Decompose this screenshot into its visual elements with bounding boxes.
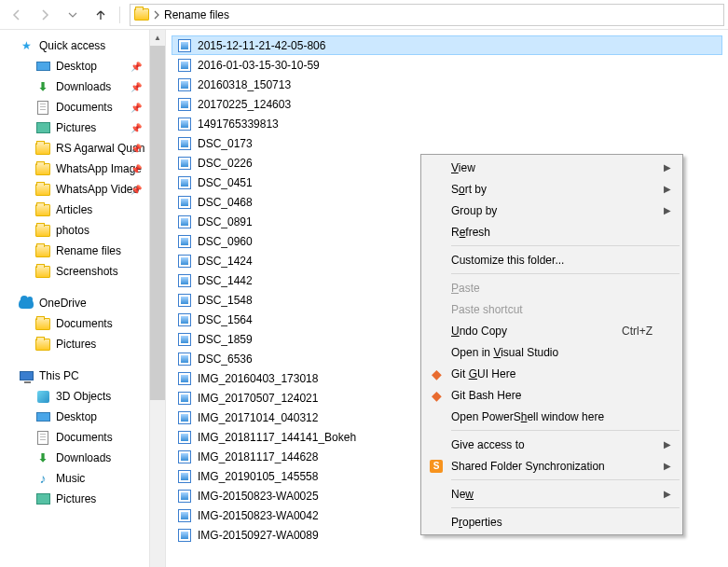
sidebar-item[interactable]: ⬇Downloads📌 — [0, 76, 149, 97]
quick-access-header[interactable]: ★ Quick access — [0, 35, 149, 56]
sidebar-item[interactable]: Articles — [0, 200, 149, 220]
nav-back-button[interactable] — [4, 4, 30, 26]
pin-icon: 📌 — [130, 185, 142, 195]
scroll-up-icon[interactable]: ▲ — [150, 30, 165, 46]
image-file-icon — [177, 410, 192, 425]
file-name: IMG_20181117_144628 — [198, 450, 318, 463]
scroll-thumb[interactable] — [150, 46, 165, 400]
sidebar-item-label: WhatsApp Image — [56, 162, 142, 175]
this-pc-header[interactable]: This PC — [0, 366, 149, 386]
chevron-right-icon: ▶ — [664, 205, 671, 215]
sidebar-item-label: Desktop — [56, 410, 97, 423]
image-file-icon — [177, 195, 192, 210]
chevron-right-icon: ▶ — [664, 184, 671, 194]
ctx-customize[interactable]: Customize this folder... — [423, 249, 680, 270]
ctx-shared-sync[interactable]: SShared Folder Synchronization▶ — [423, 455, 680, 477]
sidebar-item-label: WhatsApp Video — [56, 183, 139, 196]
file-name: IMG_20160403_173018 — [198, 372, 318, 385]
toolbar: Rename files — [0, 0, 728, 30]
file-name: IMG_20181117_144141_Bokeh — [198, 431, 356, 444]
ctx-properties[interactable]: Properties — [423, 511, 680, 532]
image-file-icon — [177, 234, 192, 249]
file-name: DSC_1548 — [198, 294, 253, 307]
file-name: DSC_1424 — [198, 255, 253, 268]
onedrive-label: OneDrive — [39, 297, 87, 310]
sidebar-item[interactable]: WhatsApp Image📌 — [0, 159, 149, 179]
pics-icon — [35, 120, 50, 135]
ctx-git-gui[interactable]: ◆Git GUI Here — [423, 363, 680, 384]
ctx-powershell[interactable]: Open PowerShell window here — [423, 406, 680, 427]
nav-forward-button[interactable] — [32, 4, 58, 26]
sidebar-item[interactable]: WhatsApp Video📌 — [0, 179, 149, 200]
chevron-right-icon: ▶ — [664, 162, 671, 173]
sidebar-item[interactable]: Documents📌 — [0, 97, 149, 118]
ctx-separator — [451, 479, 680, 480]
sidebar-item[interactable]: Desktop — [0, 407, 149, 427]
image-file-icon — [177, 430, 192, 445]
sidebar-item[interactable]: Documents — [0, 427, 149, 448]
file-name: IMG_20171014_040312 — [198, 411, 318, 424]
file-name: IMG-20150927-WA0089 — [198, 529, 319, 542]
image-file-icon — [177, 38, 192, 53]
file-row[interactable]: 20170225_124603 — [172, 94, 722, 114]
onedrive-header[interactable]: OneDrive — [0, 293, 149, 313]
file-name: IMG_20170507_124021 — [198, 392, 318, 405]
ctx-sort-by[interactable]: Sort by▶ — [423, 178, 680, 200]
sidebar-item[interactable]: RS Agarwal Quan📌 — [0, 138, 149, 159]
image-file-icon — [177, 273, 192, 288]
sidebar-item[interactable]: Pictures — [0, 489, 149, 509]
file-name: DSC_1859 — [198, 333, 253, 346]
ctx-open-vs[interactable]: Open in Visual Studio — [423, 341, 680, 363]
git-icon: ◆ — [429, 388, 444, 403]
file-row[interactable]: 2015-12-11-21-42-05-806 — [172, 35, 722, 55]
sidebar-item[interactable]: Pictures — [0, 334, 149, 354]
sidebar-item[interactable]: Documents — [0, 313, 149, 334]
image-file-icon — [177, 391, 192, 406]
image-file-icon — [177, 332, 192, 347]
nav-up-button[interactable] — [88, 4, 114, 26]
obj3d-icon — [35, 389, 50, 404]
file-row[interactable]: 2016-01-03-15-30-10-59 — [172, 55, 722, 75]
sidebar-scrollbar[interactable]: ▲ — [149, 30, 165, 567]
sidebar-item[interactable]: 3D Objects — [0, 386, 149, 407]
ctx-separator — [451, 507, 680, 508]
ctx-undo[interactable]: Undo CopyCtrl+Z — [423, 320, 680, 341]
image-file-icon — [177, 58, 192, 73]
nav-sidebar: ★ Quick access Desktop📌⬇Downloads📌Docume… — [0, 30, 166, 567]
file-name: IMG_20190105_145558 — [198, 470, 318, 483]
file-name: DSC_0226 — [198, 157, 253, 170]
folder-icon — [35, 202, 50, 217]
sidebar-item-label: Articles — [56, 203, 92, 216]
file-name: 2016-01-03-15-30-10-59 — [198, 59, 320, 72]
file-name: DSC_1442 — [198, 274, 253, 287]
ctx-refresh[interactable]: Refresh — [423, 221, 680, 242]
file-row[interactable]: DSC_0173 — [172, 133, 722, 153]
ctx-give-access[interactable]: Give access to▶ — [423, 434, 680, 455]
pin-icon: 📌 — [130, 82, 142, 92]
sidebar-item[interactable]: Rename files — [0, 241, 149, 261]
breadcrumb-folder[interactable]: Rename files — [164, 8, 229, 21]
pin-icon: 📌 — [130, 103, 142, 113]
file-row[interactable]: 20160318_150713 — [172, 75, 722, 94]
chevron-right-icon — [153, 10, 160, 20]
ctx-group-by[interactable]: Group by▶ — [423, 200, 680, 221]
ctx-new[interactable]: New▶ — [423, 483, 680, 505]
file-row[interactable]: 1491765339813 — [172, 114, 722, 133]
sidebar-item[interactable]: photos — [0, 220, 149, 241]
docs-icon — [35, 100, 50, 115]
sidebar-item[interactable]: ♪Music — [0, 468, 149, 489]
ctx-separator — [451, 273, 680, 274]
breadcrumb[interactable]: Rename files — [130, 4, 724, 26]
sidebar-item[interactable]: Pictures📌 — [0, 118, 149, 138]
sidebar-item[interactable]: Desktop📌 — [0, 56, 149, 76]
nav-recent-button[interactable] — [60, 4, 86, 26]
sidebar-item[interactable]: Screenshots — [0, 261, 149, 282]
ctx-separator — [451, 245, 680, 246]
toolbar-separator — [119, 7, 120, 23]
pin-icon: 📌 — [130, 144, 142, 154]
image-file-icon — [177, 312, 192, 327]
ctx-view[interactable]: View▶ — [423, 157, 680, 178]
ctx-git-bash[interactable]: ◆Git Bash Here — [423, 384, 680, 406]
sidebar-item[interactable]: ⬇Downloads — [0, 448, 149, 468]
chevron-right-icon: ▶ — [664, 461, 671, 471]
